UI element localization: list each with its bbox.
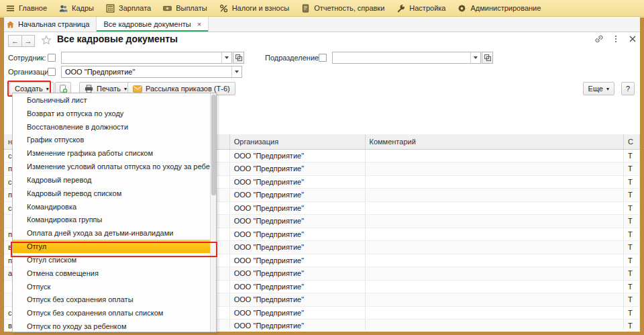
cell-extra: Т [624,280,640,293]
dropdown-item[interactable]: Отпуск без сохранения оплаты [13,293,211,306]
dropdown-item[interactable]: Больничный лист [13,93,211,107]
cell-comment [365,306,624,320]
dropdown-item[interactable]: Оплата дней ухода за детьми-инвалидами [13,226,211,240]
dropdown-item[interactable]: Возврат из отпуска по уходу [13,107,211,120]
department-filter-picker-button[interactable] [482,52,493,64]
cell-extra: Т [624,320,640,331]
menu-item-kadry[interactable]: Кадры [53,0,100,17]
cell-extra: Т [624,306,640,320]
chevron-down-icon[interactable] [221,52,231,63]
column-header-comment[interactable]: Комментарий [365,134,624,149]
back-button[interactable]: ← [8,35,21,47]
window-border-right [640,17,644,335]
cell-comment [365,189,624,202]
cell-organization: ООО "Предприятие" [229,149,365,162]
menu-item-glavnoe[interactable]: Главное [0,0,53,17]
dropdown-item[interactable]: Кадровый перевод списком [13,187,211,200]
cell-organization: ООО "Предприятие" [229,162,365,176]
dropdown-item-selected[interactable]: Отгул [13,240,211,253]
cell-comment [365,162,624,176]
cell-organization: ООО "Предприятие" [229,267,365,281]
menu-item-nalogi[interactable]: Налоги и взносы [213,0,296,17]
employee-filter-field[interactable] [61,52,232,64]
more-vertical-icon[interactable] [611,34,621,44]
help-button[interactable]: ? [621,82,635,95]
chevron-down-icon[interactable] [231,66,241,77]
dropdown-item[interactable]: График отпусков [13,133,211,146]
cell-comment [365,201,624,215]
dropdown-item[interactable]: Кадровый перевод [13,173,211,187]
close-icon[interactable]: × [197,20,201,28]
tab-all-personnel-documents[interactable]: Все кадровые документы × [97,17,209,32]
envelope-icon [133,85,142,93]
cell-organization: ООО "Предприятие" [229,306,365,320]
close-icon[interactable] [628,34,637,44]
create-dropdown-menu[interactable]: Больничный листВозврат из отпуска по ухо… [12,93,217,332]
menu-item-administrirovanie[interactable]: Администрирование [451,0,547,17]
more-button[interactable]: Еще ▾ [583,82,614,95]
filter-panel: Сотрудник: Подразделение: [4,51,640,79]
menu-item-label: Администрирование [470,4,541,12]
cell-comment [365,149,624,162]
organization-filter-field[interactable]: ООО "Предприятие" [61,66,242,78]
column-header-organization[interactable]: Организация [229,134,365,149]
department-filter-field[interactable] [332,52,481,64]
tab-bar-filler [209,17,644,32]
application-window: Главное Кадры Зарплата [0,0,644,335]
chevron-down-icon: ▾ [124,86,127,92]
print-button-label: Печать [97,85,121,93]
cell-extra: Т [624,215,640,228]
dropdown-scrollbar-thumb[interactable] [211,95,216,195]
dropdown-item[interactable]: Изменение условий оплаты отпуска по уход… [13,160,211,173]
cell-comment [365,254,624,267]
organization-filter-checkbox[interactable] [48,68,56,76]
filter-row-organization: Организация: ООО "Предприятие" [4,65,640,79]
dropdown-item[interactable]: Отпуск по уходу за ребенком [13,320,211,332]
dropdown-item[interactable]: Командировка группы [13,213,211,226]
copy-document-icon [59,85,68,93]
menu-item-nastroyka[interactable]: Настройка [390,0,451,17]
dropdown-item[interactable]: Отмена совмещения [13,267,211,280]
create-button-label: Создать [15,85,43,93]
employee-filter-picker-button[interactable] [233,52,244,64]
dropdown-scrollbar[interactable] [210,93,216,332]
cell-comment [365,215,624,228]
filter-row-employee: Сотрудник: Подразделение: [4,51,640,65]
hamburger-icon [6,4,15,13]
cell-organization: ООО "Предприятие" [229,215,365,228]
chevron-down-icon: ▾ [606,86,609,92]
dropdown-item[interactable]: Отпуск без сохранения оплаты списком [13,306,211,320]
menu-item-zarplata[interactable]: Зарплата [100,0,157,17]
open-list-icon [484,54,491,61]
favorite-star-icon[interactable] [41,35,52,46]
cell-organization: ООО "Предприятие" [229,280,365,293]
tab-home[interactable]: Начальная страница [0,17,97,32]
home-icon [7,21,14,28]
cell-comment [365,241,624,254]
cell-extra: Т [624,293,640,307]
tab-active-label: Все кадровые документы [103,20,191,28]
banknote-icon [163,4,172,13]
dropdown-item[interactable]: Восстановление в должности [13,120,211,134]
chevron-down-icon[interactable] [470,52,480,63]
menu-item-vyplaty[interactable]: Выплаты [157,0,213,17]
cell-extra: Т [624,201,640,215]
department-filter-label: Подразделение: [265,54,321,62]
menu-item-label: Главное [19,4,47,12]
cell-comment [365,267,624,281]
column-header-extra[interactable]: С [624,134,640,149]
cell-comment [365,175,624,189]
forward-button[interactable]: → [21,35,35,47]
menu-item-otchetnost[interactable]: Отчетность, справки [295,0,390,17]
tab-home-label: Начальная страница [18,20,89,28]
dropdown-item[interactable]: Командировка [13,200,211,213]
employee-filter-checkbox[interactable] [48,54,56,62]
department-filter-checkbox[interactable] [319,54,327,62]
cell-organization: ООО "Предприятие" [229,189,365,202]
cell-extra: Т [624,162,640,176]
dropdown-item[interactable]: Изменение графика работы списком [13,146,211,160]
link-icon[interactable] [594,34,604,44]
dropdown-item[interactable]: Отгул списком [13,253,211,267]
dropdown-item[interactable]: Отпуск [13,280,211,293]
cell-comment [365,280,624,293]
